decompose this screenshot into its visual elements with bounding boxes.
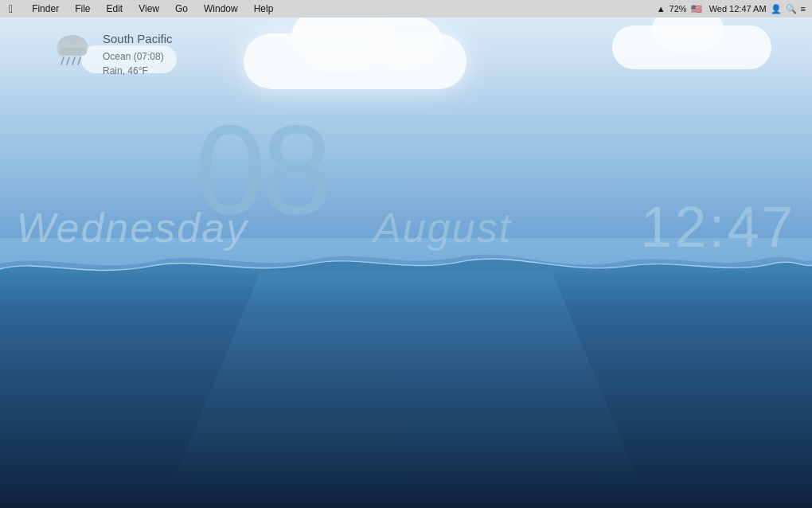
cloud-main [244, 33, 467, 89]
weather-icon [52, 30, 93, 65]
weather-widget: South Pacific Ocean (07:08) Rain, 46°F [52, 30, 173, 78]
desktop-background: Wednesday 08 August 12:47 [0, 18, 812, 508]
user-icon[interactable]: 👤 [771, 4, 782, 14]
weather-location-detail: Ocean (07:08) [103, 47, 173, 64]
wifi-icon[interactable]: ▲ [657, 4, 666, 14]
cloud-right [612, 25, 771, 69]
menubar-left:  Finder File Edit View Go Window Help [6, 2, 275, 15]
apple-menu[interactable]:  [6, 2, 15, 15]
file-menu[interactable]: File [72, 3, 92, 14]
help-menu[interactable]: Help [252, 3, 276, 14]
view-menu[interactable]: View [136, 3, 162, 14]
svg-line-5 [67, 57, 69, 64]
finder-menu[interactable]: Finder [29, 3, 61, 14]
svg-line-6 [72, 57, 75, 64]
search-icon[interactable]: 🔍 [786, 4, 797, 14]
weather-ocean: Ocean (07:08) [103, 51, 164, 62]
flag-icon[interactable]: 🇺🇸 [691, 4, 702, 14]
weather-condition: Rain, 46°F [103, 64, 173, 78]
menubar-icons: ▲ 72% 🇺🇸 Wed 12:47 AM 👤 🔍 ≡ [657, 4, 806, 14]
svg-line-7 [78, 57, 80, 64]
weather-location-line1: South Pacific [103, 32, 173, 45]
datetime-display[interactable]: Wed 12:47 AM [709, 4, 767, 14]
rain-cloud-icon [52, 30, 93, 65]
go-menu[interactable]: Go [173, 3, 190, 14]
menubar-right: ▲ 72% 🇺🇸 Wed 12:47 AM 👤 🔍 ≡ [657, 4, 806, 14]
menu-extra-icon[interactable]: ≡ [801, 4, 806, 14]
svg-rect-3 [58, 48, 87, 56]
weather-location: South Pacific [103, 30, 173, 47]
window-menu[interactable]: Window [201, 3, 240, 14]
weather-text: South Pacific Ocean (07:08) Rain, 46°F [103, 30, 173, 78]
menu-bar:  Finder File Edit View Go Window Help ▲… [0, 0, 812, 18]
water-body [0, 272, 812, 508]
battery-icon[interactable]: 72% [670, 4, 687, 14]
svg-line-4 [61, 57, 64, 64]
edit-menu[interactable]: Edit [103, 3, 125, 14]
